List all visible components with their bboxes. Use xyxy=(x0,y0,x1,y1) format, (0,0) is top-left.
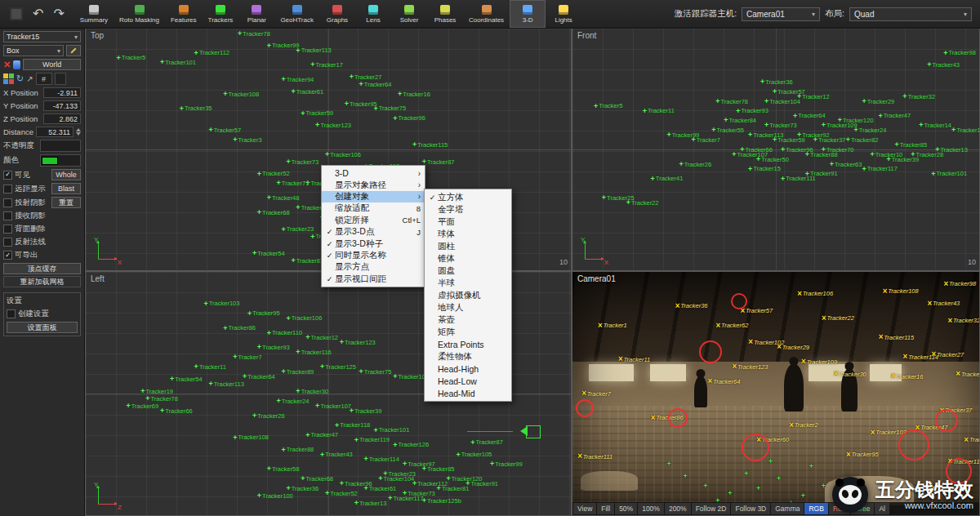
tracker-point[interactable]: +Tracker43 xyxy=(320,452,353,459)
tracker-point[interactable]: +Tracker112 xyxy=(194,50,229,57)
tracker-point[interactable]: +Tracker84 xyxy=(724,117,756,124)
tracker-point[interactable]: +Tracker87 xyxy=(470,439,503,447)
camera-tracker-point[interactable]: ×Tracker108 xyxy=(882,287,918,296)
submenu-item-圆盘[interactable]: 圆盘 xyxy=(425,265,511,277)
field-value-2[interactable]: 2.862 xyxy=(43,113,81,124)
camera-tracker-point[interactable]: ×Tracker1 xyxy=(598,322,627,330)
menu-item-显示3-D点[interactable]: ✓显示3-D点J xyxy=(322,226,425,238)
tracker-point[interactable]: +Tracker57 xyxy=(208,127,241,134)
layout-select[interactable]: Quad ▾ xyxy=(849,7,972,21)
tracker-point[interactable]: +Tracker101 xyxy=(160,59,196,66)
tracker-point[interactable]: +Tracker22 xyxy=(626,199,659,207)
tracker-point[interactable]: +Tracker113 xyxy=(208,380,243,388)
camera-tracker-point[interactable]: ×Tracker27 xyxy=(931,350,964,358)
solved-point[interactable]: + xyxy=(756,484,760,492)
tracker-point[interactable]: +Tracker103 xyxy=(204,300,240,308)
camera-tracker-point[interactable]: ×Tracker22 xyxy=(822,314,854,322)
tracker-point[interactable]: +Tracker64 xyxy=(359,81,392,88)
tracker-point[interactable]: +Tracker99 xyxy=(267,42,300,50)
menu-item-显示方点[interactable]: 显示方点 xyxy=(322,261,425,273)
view-option-200%[interactable]: 200% xyxy=(665,503,691,514)
tracker-point[interactable]: +Tracker55 xyxy=(711,127,744,134)
tracker-point[interactable]: +Tracker24 xyxy=(277,398,310,405)
host-select[interactable]: Camera01 ▾ xyxy=(742,7,820,21)
spinner-icon[interactable] xyxy=(76,128,81,136)
color-swatch[interactable] xyxy=(42,157,58,165)
tracker-point[interactable]: +Tracker11 xyxy=(194,363,226,371)
checkbox-可见[interactable]: ✓ xyxy=(3,171,12,180)
submenu-item-虚拟摄像机[interactable]: 虚拟摄像机 xyxy=(425,289,511,301)
field-value-1[interactable]: -47.133 xyxy=(43,100,81,111)
eyedropper-button[interactable] xyxy=(66,45,81,56)
tracker-point[interactable]: +Tracker94 xyxy=(282,76,314,83)
camera-tracker-point[interactable]: ×Tracker11 xyxy=(618,355,651,363)
tracker-point[interactable]: +Tracker125b xyxy=(422,497,461,505)
camera-tracker-point[interactable]: ×Tracker109 xyxy=(801,358,837,366)
tracker-point[interactable]: +Tracker26 xyxy=(252,412,285,420)
menu-item-锁定所择[interactable]: 锁定所择Ctl+L xyxy=(322,215,425,226)
create-settings-checkbox[interactable] xyxy=(7,309,16,318)
tracker-point[interactable]: +Tracker47 xyxy=(305,432,338,439)
tracker-point[interactable]: +Tracker54 xyxy=(170,376,203,383)
tracker-point[interactable]: +Tracker119 xyxy=(354,437,390,444)
tracker-point[interactable]: +Tracker114 xyxy=(364,456,399,463)
camera-tracker-point[interactable]: ×Tracker64 xyxy=(707,377,740,385)
tab-3-d[interactable]: 3-D xyxy=(510,0,546,28)
tab-planar[interactable]: Planar xyxy=(238,0,274,28)
side-button-Blast[interactable]: Blast xyxy=(51,183,81,194)
submenu-item-圆柱[interactable]: 圆柱 xyxy=(425,240,511,252)
tracker-point[interactable]: +Tracker68 xyxy=(257,209,290,216)
tracker-point[interactable]: +Tracker39 xyxy=(350,407,382,415)
tracker-point[interactable]: +Tracker123 xyxy=(340,339,376,346)
tab-lights[interactable]: Lights xyxy=(546,0,581,28)
tab-graphs[interactable]: Graphs xyxy=(319,0,355,28)
tracker-point[interactable]: +Tracker85 xyxy=(422,465,455,473)
view-option-100%[interactable]: 100% xyxy=(638,503,664,514)
view-option-fill[interactable]: Fill xyxy=(597,503,614,514)
camera-tracker-point[interactable]: ×Tracker30 xyxy=(834,370,866,378)
tracker-point[interactable]: +Tracker64 xyxy=(243,373,275,380)
tracker-point[interactable]: +Tracker66 xyxy=(160,407,193,415)
submenu-item-柔性物体[interactable]: 柔性物体 xyxy=(425,350,511,363)
tracker-point[interactable]: +Tracker126 xyxy=(393,442,429,449)
tracker-point[interactable]: +Tracker30 xyxy=(296,388,328,395)
tracker-point[interactable]: +Tracker68 xyxy=(301,475,333,483)
tracker-point[interactable]: +Tracker15 xyxy=(748,166,781,173)
tracker-point[interactable]: +Tracker69 xyxy=(126,403,158,410)
tracker-point[interactable]: +Tracker73 xyxy=(764,122,797,129)
field-value-0[interactable]: -2.911 xyxy=(43,87,81,98)
tracker-point[interactable]: +Tracker63 xyxy=(830,161,862,168)
tracker-point[interactable]: +Tracker91 xyxy=(805,171,838,178)
solved-point[interactable]: + xyxy=(822,482,826,490)
tracker-point[interactable]: +Tracker52 xyxy=(257,171,290,178)
tracker-point[interactable]: +Tracker71 xyxy=(277,180,310,187)
submenu-item-矩阵[interactable]: 矩阵 xyxy=(425,326,511,338)
solved-point[interactable]: + xyxy=(809,462,813,470)
checkbox-可导出[interactable]: ✓ xyxy=(3,251,12,260)
tracker-point[interactable]: +Tracker108 xyxy=(233,434,269,442)
tracker-point[interactable]: +Tracker59 xyxy=(301,110,333,118)
camera-tracker-point[interactable]: ×Tracker2 xyxy=(789,421,818,429)
tab-features[interactable]: Features xyxy=(165,0,203,28)
tracker-point[interactable]: +Tracker73 xyxy=(286,158,318,166)
menu-item-3-D[interactable]: 3-D› xyxy=(322,167,425,179)
tracker-point[interactable]: +Tracker116 xyxy=(296,349,331,356)
tracker-point[interactable]: +Tracker75 xyxy=(373,105,406,113)
camera-gizmo[interactable] xyxy=(513,423,541,441)
solved-point[interactable]: + xyxy=(777,474,781,483)
tracker-point[interactable]: +Tracker106 xyxy=(286,315,322,322)
submenu-item-地球人[interactable]: 地球人 xyxy=(425,301,511,314)
camera-tracker-point[interactable]: ×Tracker106 xyxy=(797,290,833,298)
tracker-point[interactable]: +Tracker86 xyxy=(223,325,256,332)
checkbox-远距显示[interactable] xyxy=(3,185,12,194)
submenu-item-锥体[interactable]: 锥体 xyxy=(425,252,511,265)
tracker-point[interactable]: +Tracker78 xyxy=(715,98,748,105)
tracker-point[interactable]: +Tracker115 xyxy=(412,141,448,149)
tracker-point[interactable]: +Tracker29 xyxy=(862,98,895,105)
tracker-point[interactable]: +Tracker58 xyxy=(267,465,300,473)
camera-tracker-point[interactable]: ×Tracker111 xyxy=(577,452,612,460)
tracker-point[interactable]: +Tracker107 xyxy=(315,403,351,410)
tracker-point[interactable]: +Tracker117 xyxy=(388,495,423,502)
delete-icon[interactable]: ✕ xyxy=(3,60,11,70)
side-button-Whole[interactable]: Whole xyxy=(51,169,81,180)
